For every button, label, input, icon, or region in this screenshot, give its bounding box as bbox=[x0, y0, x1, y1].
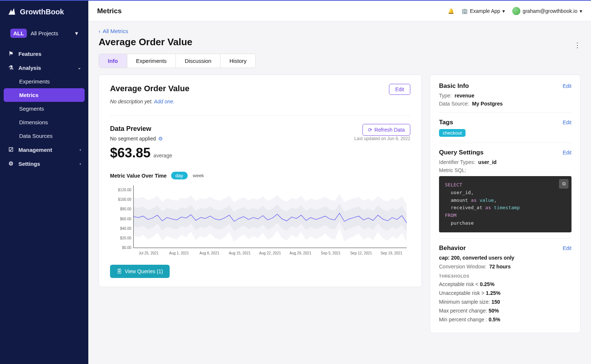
brand-logo[interactable]: GrowthBook bbox=[0, 1, 88, 23]
tab-history[interactable]: History bbox=[220, 54, 255, 68]
conv-window-label: Conversion Window: bbox=[439, 264, 486, 270]
metric-chart: $0.00$20.00$40.00$60.00$80.00$100.00$120… bbox=[110, 183, 410, 257]
type-label: Type: bbox=[439, 93, 452, 99]
nav-label: Features bbox=[18, 51, 42, 57]
svg-text:Aug 15, 2021: Aug 15, 2021 bbox=[229, 251, 251, 255]
description: No description yet. Add one. bbox=[110, 99, 410, 104]
chevron-right-icon: › bbox=[79, 161, 81, 166]
user-email: graham@growthbook.io bbox=[523, 8, 577, 14]
edit-basic-info[interactable]: Edit bbox=[563, 83, 571, 89]
edit-tags[interactable]: Edit bbox=[563, 119, 571, 125]
svg-text:Aug 29, 2021: Aug 29, 2021 bbox=[290, 251, 312, 255]
tab-experiments[interactable]: Experiments bbox=[127, 54, 176, 68]
main-card: Average Order Value Edit No description … bbox=[99, 75, 422, 287]
sql-label: Metric SQL: bbox=[439, 167, 466, 173]
svg-text:Aug 22, 2021: Aug 22, 2021 bbox=[259, 251, 281, 255]
nav-settings[interactable]: ⚙Settings› bbox=[0, 157, 88, 171]
add-description-link[interactable]: Add one. bbox=[154, 99, 174, 104]
chevron-down-icon: ⌄ bbox=[78, 65, 81, 70]
tag-checkout[interactable]: checkout bbox=[439, 129, 466, 137]
svg-text:$0.00: $0.00 bbox=[122, 246, 131, 250]
nav-dimensions[interactable]: Dimensions bbox=[0, 115, 88, 129]
cap-line: cap: 200, converted users only bbox=[439, 255, 514, 261]
average-label: average bbox=[153, 153, 172, 158]
behavior-title: Behavior bbox=[439, 245, 466, 252]
svg-text:Sep 5, 2021: Sep 5, 2021 bbox=[321, 251, 341, 255]
granularity-day[interactable]: day bbox=[171, 172, 188, 179]
edit-query-settings[interactable]: Edit bbox=[563, 150, 571, 156]
segment-text: No segment applied bbox=[110, 136, 156, 142]
bell-icon: 🔔 bbox=[448, 8, 454, 14]
nav-management[interactable]: ☑Management› bbox=[0, 143, 88, 157]
chart-title: Metric Value Over Time bbox=[110, 173, 167, 179]
sql-code: ⧉ SELECT user_id, amount as value, recei… bbox=[439, 176, 571, 232]
conv-window-value: 72 hours bbox=[489, 264, 510, 270]
identifier-value: user_id bbox=[478, 159, 497, 165]
segment-settings-icon[interactable]: ⚙ bbox=[158, 136, 163, 142]
nav-label: Metrics bbox=[19, 92, 39, 98]
copy-sql-button[interactable]: ⧉ bbox=[559, 179, 569, 189]
growthbook-icon bbox=[7, 7, 16, 16]
project-label: All Projects bbox=[31, 30, 71, 36]
tab-discussion[interactable]: Discussion bbox=[176, 54, 221, 68]
nav-datasources[interactable]: Data Sources bbox=[0, 129, 88, 143]
nav-label: Segments bbox=[19, 106, 44, 112]
average-value: $63.85 bbox=[110, 145, 151, 161]
flag-icon: ⚑ bbox=[7, 50, 14, 57]
topbar-title: Metrics bbox=[97, 7, 122, 15]
nav-label: Management bbox=[18, 147, 52, 153]
chevron-left-icon: ‹ bbox=[99, 28, 100, 34]
more-actions-button[interactable]: ⋮ bbox=[574, 41, 581, 49]
refresh-icon: ⟳ bbox=[368, 127, 372, 133]
clipboard-icon: ☑ bbox=[7, 146, 14, 153]
refresh-data-button[interactable]: ⟳Refresh Data bbox=[362, 124, 410, 136]
notifications-button[interactable]: 🔔 bbox=[448, 8, 454, 14]
tabs: Info Experiments Discussion History bbox=[99, 54, 256, 68]
svg-text:Aug 8, 2021: Aug 8, 2021 bbox=[199, 251, 219, 255]
avatar bbox=[512, 7, 520, 15]
user-menu[interactable]: graham@growthbook.io▾ bbox=[512, 7, 582, 15]
nav-label: Dimensions bbox=[19, 119, 48, 125]
nav-features[interactable]: ⚑Features bbox=[0, 47, 88, 61]
nav-analysis[interactable]: ⚗Analysis⌄ bbox=[0, 61, 88, 75]
nav-label: Settings bbox=[18, 161, 40, 167]
query-settings-title: Query Settings bbox=[439, 149, 484, 156]
nav-metrics[interactable]: Metrics bbox=[4, 88, 85, 102]
metric-name: Average Order Value bbox=[110, 84, 190, 93]
thresholds-label: THRESHOLDS bbox=[439, 274, 571, 278]
svg-text:$40.00: $40.00 bbox=[120, 226, 131, 231]
data-preview-title: Data Preview bbox=[110, 125, 151, 133]
edit-metric-button[interactable]: Edit bbox=[389, 84, 410, 95]
nav-label: Experiments bbox=[19, 78, 50, 85]
nav-label: Analysis bbox=[18, 65, 41, 71]
gear-icon: ⚙ bbox=[7, 160, 14, 167]
app-switcher[interactable]: 🏢Example App▾ bbox=[461, 8, 505, 14]
database-icon: 🗄 bbox=[117, 268, 122, 274]
granularity-week[interactable]: week bbox=[193, 173, 204, 178]
back-link[interactable]: ‹All Metrics bbox=[99, 28, 581, 34]
edit-behavior[interactable]: Edit bbox=[563, 245, 571, 251]
chevron-down-icon: ▾ bbox=[580, 8, 582, 14]
topbar: Metrics 🔔 🏢Example App▾ graham@growthboo… bbox=[88, 1, 591, 21]
flask-icon: ⚗ bbox=[7, 64, 14, 71]
datasource-label: Data Source: bbox=[439, 101, 469, 107]
svg-text:$100.00: $100.00 bbox=[118, 197, 131, 201]
building-icon: 🏢 bbox=[461, 8, 468, 14]
project-badge: ALL bbox=[10, 29, 27, 38]
back-label: All Metrics bbox=[103, 28, 128, 34]
tab-info[interactable]: Info bbox=[99, 54, 127, 68]
svg-text:$80.00: $80.00 bbox=[120, 207, 131, 211]
svg-text:$120.00: $120.00 bbox=[118, 188, 131, 192]
nav-segments[interactable]: Segments bbox=[0, 102, 88, 115]
brand-name: GrowthBook bbox=[20, 8, 64, 16]
project-selector[interactable]: ALL All Projects ▾ bbox=[4, 25, 85, 42]
nav-label: Data Sources bbox=[19, 133, 53, 139]
page-title: Average Order Value bbox=[99, 36, 192, 48]
chevron-down-icon: ▾ bbox=[75, 30, 78, 37]
nav-experiments[interactable]: Experiments bbox=[0, 75, 88, 88]
datasource-value: My Postgres bbox=[472, 101, 503, 107]
type-value: revenue bbox=[454, 93, 474, 99]
chevron-right-icon: › bbox=[79, 147, 81, 152]
view-queries-button[interactable]: 🗄View Queries (1) bbox=[110, 265, 170, 278]
svg-text:$60.00: $60.00 bbox=[120, 217, 131, 221]
